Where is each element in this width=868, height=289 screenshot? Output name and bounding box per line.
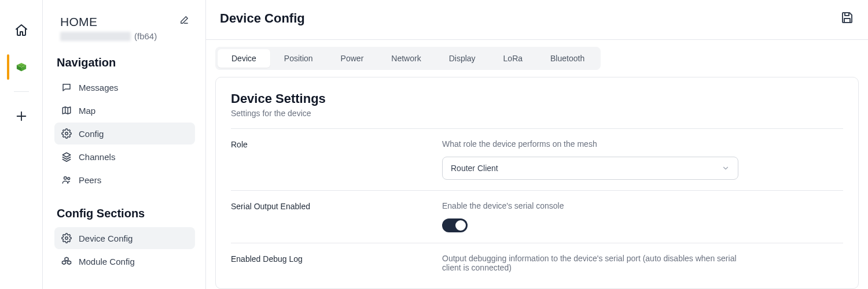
main-header: Device Config <box>206 0 868 40</box>
config-sections-heading: Config Sections <box>57 207 195 220</box>
field-label: Role <box>231 139 442 180</box>
field-label: Enabled Debug Log <box>231 254 442 272</box>
field-row-role: Role What role the device performs on th… <box>231 128 843 190</box>
svg-point-11 <box>65 237 68 240</box>
config-section-device[interactable]: Device Config <box>54 227 195 249</box>
nav-heading: Navigation <box>57 56 195 69</box>
nav-label: Module Config <box>79 257 135 266</box>
tab-bluetooth[interactable]: Bluetooth <box>536 49 598 68</box>
panel-subtitle: Settings for the device <box>231 109 843 118</box>
nav-label: Map <box>79 106 95 116</box>
field-description: Enable the device's serial console <box>442 201 843 210</box>
active-indicator <box>7 54 9 80</box>
icon-rail <box>0 0 43 289</box>
nav-item-channels[interactable]: Channels <box>54 146 195 168</box>
layers-icon <box>61 151 72 162</box>
edit-button[interactable] <box>179 15 189 27</box>
svg-point-8 <box>65 132 68 135</box>
page-title: Device Config <box>220 11 305 26</box>
rail-add-button[interactable] <box>8 102 35 130</box>
boxes-icon <box>61 256 72 266</box>
users-icon <box>61 175 72 185</box>
device-short-id: (fb64) <box>134 31 157 41</box>
gear-icon <box>61 233 72 243</box>
mesh-logo-icon <box>14 60 29 75</box>
pencil-square-icon <box>179 15 189 25</box>
nav-item-peers[interactable]: Peers <box>54 169 195 191</box>
nav-label: Config <box>79 129 104 139</box>
nav-item-messages[interactable]: Messages <box>54 76 195 98</box>
home-icon <box>14 23 28 37</box>
map-icon <box>61 105 72 116</box>
rail-home-button[interactable] <box>8 16 35 44</box>
field-description: What role the device performs on the mes… <box>442 139 843 149</box>
svg-point-10 <box>68 177 70 180</box>
nav-label: Channels <box>79 152 115 162</box>
tab-power[interactable]: Power <box>327 49 378 68</box>
svg-point-9 <box>64 177 67 180</box>
save-button[interactable] <box>840 10 854 27</box>
rail-logo-button[interactable] <box>8 53 35 81</box>
sidebar-title: HOME <box>60 15 97 29</box>
panel-title: Device Settings <box>231 91 843 106</box>
nav-label: Device Config <box>79 234 133 243</box>
tabs-container: Device Position Power Network Display Lo… <box>206 40 868 70</box>
tab-device[interactable]: Device <box>218 49 270 68</box>
nav-item-map[interactable]: Map <box>54 99 195 121</box>
nav-label: Messages <box>79 83 118 92</box>
toggle-knob <box>455 220 466 231</box>
tab-position[interactable]: Position <box>270 49 327 68</box>
field-description: Output debugging information to the devi… <box>442 254 738 272</box>
field-row-serial: Serial Output Enabled Enable the device'… <box>231 190 843 243</box>
device-id-redacted <box>60 32 131 41</box>
chevron-down-icon <box>722 164 730 172</box>
serial-toggle[interactable] <box>442 218 468 232</box>
tab-lora[interactable]: LoRa <box>490 49 536 68</box>
gear-icon <box>61 128 72 139</box>
select-value: Router Client <box>451 164 498 173</box>
sidebar: HOME (fb64) Navigation Messages Map Conf… <box>43 0 206 289</box>
tab-network[interactable]: Network <box>377 49 435 68</box>
field-row-debug: Enabled Debug Log Output debugging infor… <box>231 243 843 283</box>
field-label: Serial Output Enabled <box>231 201 442 232</box>
save-icon <box>840 10 854 24</box>
message-icon <box>61 82 72 92</box>
role-select[interactable]: Router Client <box>442 157 738 180</box>
nav-item-config[interactable]: Config <box>54 123 195 144</box>
main-content: Device Config Device Position Power Netw… <box>206 0 868 289</box>
config-tabs: Device Position Power Network Display Lo… <box>215 47 601 70</box>
config-section-module[interactable]: Module Config <box>54 250 195 272</box>
nav-label: Peers <box>79 175 101 185</box>
tab-display[interactable]: Display <box>435 49 490 68</box>
rail-divider <box>14 91 29 92</box>
nav-list: Messages Map Config Channels Peers <box>54 76 195 191</box>
plus-icon <box>15 110 28 123</box>
config-sections-list: Device Config Module Config <box>54 227 195 272</box>
settings-panel: Device Settings Settings for the device … <box>215 77 859 289</box>
